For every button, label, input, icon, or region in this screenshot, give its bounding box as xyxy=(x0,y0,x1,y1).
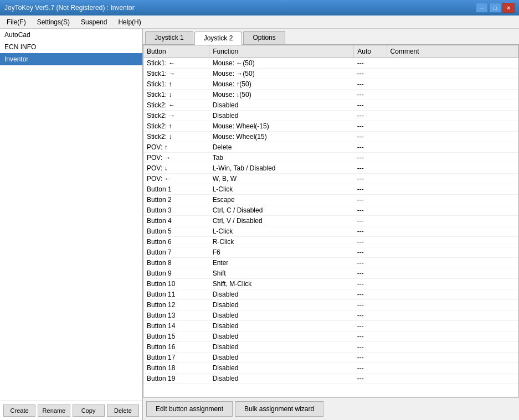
cell-auto: --- xyxy=(354,226,387,237)
copy-button[interactable]: Copy xyxy=(73,405,105,417)
sidebar-item-ecninfo[interactable]: ECN INFO xyxy=(0,41,142,53)
cell-button: Button 18 xyxy=(143,363,209,374)
table-row[interactable]: Button 19Disabled--- xyxy=(143,374,518,384)
create-button[interactable]: Create xyxy=(3,405,35,417)
table-row[interactable]: Button 8Enter--- xyxy=(143,258,518,268)
cell-auto: --- xyxy=(354,90,387,100)
table-row[interactable]: Button 4Ctrl, V / Disabled--- xyxy=(143,216,518,226)
delete-button[interactable]: Delete xyxy=(107,405,139,417)
cell-auto: --- xyxy=(354,121,387,132)
cell-function: Disabled xyxy=(209,300,354,310)
table-row[interactable]: Button 11Disabled--- xyxy=(143,289,518,300)
table-row[interactable]: Stick1: ↑Mouse: ↑(50)--- xyxy=(143,79,518,90)
table-row[interactable]: Button 10Shift, M-Click--- xyxy=(143,279,518,289)
table-row[interactable]: Stick1: ↓Mouse: ↓(50)--- xyxy=(143,90,518,100)
content-area: Joystick 1 Joystick 2 Options Button Fun… xyxy=(143,29,519,420)
menu-suspend[interactable]: Suspend xyxy=(76,17,111,27)
cell-comment xyxy=(387,321,518,331)
cell-function: Disabled xyxy=(209,310,354,321)
cell-button: Button 12 xyxy=(143,300,209,310)
table-row[interactable]: Stick2: ←Disabled--- xyxy=(143,100,518,111)
cell-button: Stick1: ↓ xyxy=(143,90,209,100)
cell-auto: --- xyxy=(354,237,387,247)
cell-auto: --- xyxy=(354,342,387,352)
cell-button: Stick2: ← xyxy=(143,100,209,111)
cell-function: Disabled xyxy=(209,111,354,121)
table-row[interactable]: Button 1L-Click--- xyxy=(143,184,518,195)
table-row[interactable]: Button 2Escape--- xyxy=(143,195,518,205)
bulk-assignment-wizard[interactable]: Bulk assignment wizard xyxy=(235,401,323,417)
menu-file[interactable]: File(F) xyxy=(2,17,30,27)
cell-auto: --- xyxy=(354,184,387,195)
cell-auto: --- xyxy=(354,111,387,121)
cell-function: Mouse: Wheel(-15) xyxy=(209,121,354,132)
table-row[interactable]: Button 9Shift--- xyxy=(143,268,518,279)
table-row[interactable]: POV: →Tab--- xyxy=(143,153,518,163)
cell-comment xyxy=(387,184,518,195)
sidebar-item-autocad[interactable]: AutoCad xyxy=(0,29,142,41)
table-row[interactable]: Stick1: ←Mouse: ←(50)--- xyxy=(143,58,518,69)
cell-auto: --- xyxy=(354,363,387,374)
cell-function: Ctrl, V / Disabled xyxy=(209,216,354,226)
close-button[interactable]: ✕ xyxy=(502,3,515,13)
table-row[interactable]: POV: ↑Delete--- xyxy=(143,142,518,153)
maximize-button[interactable]: □ xyxy=(489,3,501,13)
cell-function: R-Click xyxy=(209,237,354,247)
menu-settings[interactable]: Settings(S) xyxy=(33,17,74,27)
table-row[interactable]: Stick2: ↑Mouse: Wheel(-15)--- xyxy=(143,121,518,132)
cell-comment xyxy=(387,216,518,226)
tab-joystick2[interactable]: Joystick 2 xyxy=(194,32,243,45)
sidebar-bottom: Create Rename Copy Delete xyxy=(0,401,142,420)
table-row[interactable]: Button 15Disabled--- xyxy=(143,331,518,342)
table-row[interactable]: Stick1: →Mouse: →(50)--- xyxy=(143,69,518,79)
table-row[interactable]: Stick2: →Disabled--- xyxy=(143,111,518,121)
cell-comment xyxy=(387,121,518,132)
table-row[interactable]: Button 12Disabled--- xyxy=(143,300,518,310)
cell-function: Disabled xyxy=(209,289,354,300)
cell-function: Escape xyxy=(209,195,354,205)
cell-comment xyxy=(387,226,518,237)
tab-options[interactable]: Options xyxy=(243,31,285,44)
table-row[interactable]: Button 14Disabled--- xyxy=(143,321,518,331)
table-row[interactable]: Stick2: ↓Mouse: Wheel(15)--- xyxy=(143,132,518,142)
cell-function: Ctrl, C / Disabled xyxy=(209,205,354,216)
cell-button: Button 3 xyxy=(143,205,209,216)
cell-function: L-Click xyxy=(209,184,354,195)
cell-function: W, B, W xyxy=(209,174,354,184)
cell-comment xyxy=(387,310,518,321)
cell-button: Stick2: ↑ xyxy=(143,121,209,132)
edit-button-assignment[interactable]: Edit button assignment xyxy=(146,401,233,417)
rename-button[interactable]: Rename xyxy=(38,405,70,417)
cell-button: Stick1: → xyxy=(143,69,209,79)
cell-auto: --- xyxy=(354,205,387,216)
cell-button: Button 16 xyxy=(143,342,209,352)
cell-comment xyxy=(387,111,518,121)
cell-auto: --- xyxy=(354,195,387,205)
minimize-button[interactable]: ─ xyxy=(476,3,488,13)
cell-function: Disabled xyxy=(209,363,354,374)
table-row[interactable]: Button 6R-Click--- xyxy=(143,237,518,247)
table-row[interactable]: Button 17Disabled--- xyxy=(143,352,518,363)
tab-joystick1[interactable]: Joystick 1 xyxy=(145,31,193,44)
menu-help[interactable]: Help(H) xyxy=(114,17,145,27)
cell-button: POV: ↓ xyxy=(143,163,209,174)
cell-auto: --- xyxy=(354,142,387,153)
title-bar-controls: ─ □ ✕ xyxy=(476,3,515,13)
cell-auto: --- xyxy=(354,300,387,310)
sidebar-item-inventor[interactable]: Inventor xyxy=(0,53,142,65)
table-wrapper[interactable]: Button Function Auto Comment Stick1: ←Mo… xyxy=(143,45,518,397)
table-row[interactable]: Button 3Ctrl, C / Disabled--- xyxy=(143,205,518,216)
col-button: Button xyxy=(143,45,209,58)
table-row[interactable]: Button 7F6--- xyxy=(143,247,518,258)
table-row[interactable]: Button 13Disabled--- xyxy=(143,310,518,321)
cell-auto: --- xyxy=(354,132,387,142)
cell-auto: --- xyxy=(354,352,387,363)
cell-button: Button 1 xyxy=(143,184,209,195)
table-row[interactable]: POV: ←W, B, W--- xyxy=(143,174,518,184)
title-bar: JoyToKey Ver5.7 (Not Registered) : Inven… xyxy=(0,0,519,15)
table-row[interactable]: Button 16Disabled--- xyxy=(143,342,518,352)
table-row[interactable]: Button 5L-Click--- xyxy=(143,226,518,237)
table-row[interactable]: Button 18Disabled--- xyxy=(143,363,518,374)
cell-comment xyxy=(387,268,518,279)
table-row[interactable]: POV: ↓L-Win, Tab / Disabled--- xyxy=(143,163,518,174)
